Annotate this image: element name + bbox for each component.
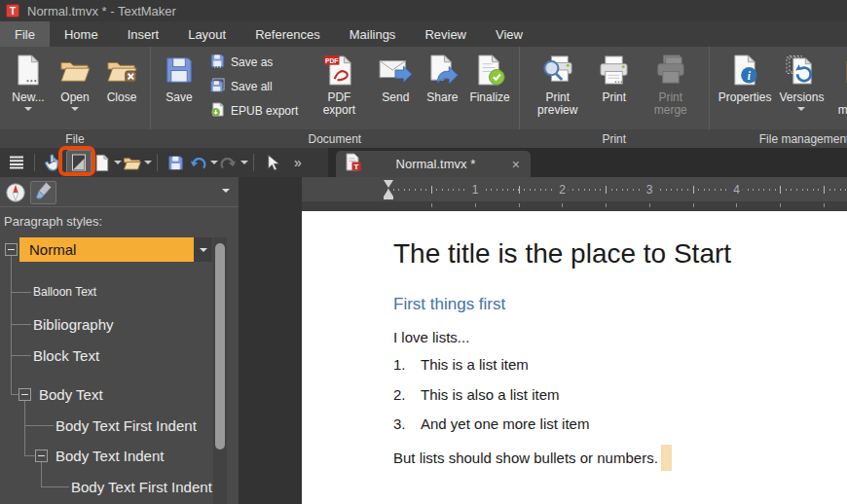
chevron-down-icon: [240, 161, 248, 164]
toolbar-separator: [157, 154, 158, 171]
print-icon: [598, 52, 630, 89]
document-tab-icon: T: [344, 153, 362, 175]
ribbon-group-file-management: iPropertiesVersionsFile managerFile mana…: [710, 47, 847, 148]
sidebar-scrollbar[interactable]: [213, 237, 227, 504]
ribbon-group-items: SaveSave asSave allEPUB exportPDFPDF exp…: [151, 47, 519, 129]
ribbon-group-items: Print previewPrintPrint merge: [520, 47, 709, 129]
ribbon-button-versions[interactable]: Versions: [775, 47, 828, 129]
list-item-number: 1.: [393, 356, 421, 373]
open-icon: [59, 52, 91, 89]
document-title-text[interactable]: The title is the place to Start: [393, 238, 731, 270]
menu-tab-insert[interactable]: Insert: [113, 21, 174, 47]
list-item[interactable]: 3.And yet one more list item: [393, 415, 589, 432]
toolbar-button-more-tools[interactable]: »: [285, 150, 311, 175]
ribbon-button-close[interactable]: Close: [98, 47, 145, 129]
versions-icon: [786, 52, 818, 89]
toolbar-button-sidebar-panels[interactable]: [4, 150, 29, 175]
ribbon-button-file-manager[interactable]: File manager: [828, 47, 847, 129]
sidebar-menu-caret[interactable]: [222, 189, 230, 193]
style-item-body-text-first-indent[interactable]: Body Text First Indent: [55, 417, 197, 434]
epub-export-icon: [210, 102, 225, 120]
tree-connector-line: [11, 292, 31, 293]
list-item[interactable]: 1.This is a list item: [393, 356, 529, 373]
sidebar-panel-title: Paragraph styles:: [4, 214, 102, 229]
left-indent-marker[interactable]: [384, 189, 393, 197]
menu-tab-mailings[interactable]: Mailings: [335, 21, 411, 47]
menu-tab-references[interactable]: References: [240, 21, 334, 47]
toolbar-button-save[interactable]: [163, 150, 188, 175]
ribbon-button-finalize[interactable]: Finalize: [465, 47, 513, 129]
first-line-indent-marker[interactable]: [384, 180, 393, 188]
ribbon-button-label: Print preview: [529, 91, 587, 117]
style-item-body-text[interactable]: Body Text: [39, 386, 103, 403]
more-tools-icon: »: [290, 155, 306, 170]
print-preview-icon: [540, 52, 574, 89]
pdf-export-icon: PDF: [323, 52, 355, 89]
ribbon-button-pdf-export[interactable]: PDFPDF export: [306, 47, 372, 129]
horizontal-ruler: 1234: [302, 177, 847, 201]
ribbon-button-label: Open: [60, 91, 89, 104]
document-page[interactable]: The title is the place to Start First th…: [302, 211, 847, 504]
ribbon-button-label: Versions: [779, 91, 824, 104]
ribbon-group-document: SaveSave asSave allEPUB exportPDFPDF exp…: [151, 47, 519, 148]
ribbon-group-print: Print previewPrintPrint mergePrint: [520, 47, 709, 148]
menu-tab-review[interactable]: Review: [410, 21, 481, 47]
style-item-normal-selected[interactable]: Normal: [19, 237, 194, 262]
menu-tab-view[interactable]: View: [481, 21, 537, 47]
toolbar-button-redo[interactable]: [219, 150, 248, 175]
share-icon: [426, 52, 459, 89]
toolbar-separator: [34, 154, 35, 171]
open-document-icon: [123, 154, 141, 171]
ribbon-button-send[interactable]: Send: [372, 47, 419, 129]
ruler-number: 2: [556, 183, 569, 197]
tab-stop-strip: [302, 201, 847, 211]
list-item[interactable]: 2.This is also a list item: [393, 386, 560, 403]
style-item-body-text-indent[interactable]: Body Text Indent: [55, 448, 164, 464]
tree-collapse-box[interactable]: [5, 243, 18, 256]
toolbar-button-touch-mode[interactable]: [40, 150, 65, 175]
ribbon-button-print-preview[interactable]: Print preview: [525, 47, 591, 129]
menu-tab-file[interactable]: File: [0, 21, 50, 47]
ribbon-button-properties[interactable]: iProperties: [715, 47, 776, 129]
style-item-bibliography[interactable]: Bibliography: [33, 316, 114, 333]
style-item-balloon-text[interactable]: Balloon Text: [33, 285, 96, 299]
document-heading-text[interactable]: First things first: [393, 295, 505, 314]
style-item-block-text[interactable]: Block Text: [33, 347, 99, 364]
toolbar-row: » T Normal.tmvx * ×: [0, 148, 847, 177]
menu-tab-home[interactable]: Home: [50, 21, 113, 47]
document-closing-line[interactable]: But lists should show bullets or numbers…: [393, 445, 672, 471]
toolbar-button-object-mode[interactable]: [66, 150, 92, 175]
toolbar-button-open-document[interactable]: [123, 150, 152, 175]
tree-collapse-box[interactable]: [18, 388, 31, 401]
style-item-body-text-first-indent[interactable]: Body Text First Indent: [71, 479, 212, 495]
ribbon-button-save[interactable]: Save: [156, 47, 203, 129]
navigator-icon[interactable]: [5, 182, 26, 203]
ribbon-button-label: Print merge: [642, 91, 700, 117]
list-item-number: 2.: [393, 386, 421, 403]
tree-collapse-box[interactable]: [35, 450, 48, 462]
toolbar-button-select-mode[interactable]: [259, 150, 284, 175]
format-brush-button[interactable]: [30, 181, 56, 204]
close-icon: [106, 52, 137, 89]
title-bar: T Normal.tmvx * - TextMaker: [0, 0, 847, 21]
ribbon-button-save-as[interactable]: Save as: [206, 52, 302, 72]
toolbar-button-new-document[interactable]: [92, 150, 122, 175]
ribbon-button-share[interactable]: Share: [419, 47, 465, 129]
style-dropdown-button[interactable]: [194, 237, 212, 262]
ribbon-button-epub-export[interactable]: EPUB export: [206, 100, 302, 121]
document-tab-label: Normal.tmvx *: [362, 157, 509, 171]
document-intro-text[interactable]: I love lists...: [393, 329, 469, 345]
ribbon-button-new[interactable]: New...: [5, 47, 52, 129]
document-tab[interactable]: T Normal.tmvx * ×: [336, 151, 531, 177]
document-tab-strip: T Normal.tmvx * ×: [328, 148, 847, 177]
svg-text:T: T: [354, 162, 359, 171]
menu-tab-layout[interactable]: Layout: [173, 21, 240, 47]
toolbar-button-undo[interactable]: [189, 150, 218, 175]
ribbon-button-save-all[interactable]: Save all: [206, 76, 302, 96]
ribbon-button-print[interactable]: Print: [591, 47, 638, 129]
sidebar-scrollbar-thumb[interactable]: [215, 243, 225, 450]
ribbon-button-open[interactable]: Open: [52, 47, 98, 129]
indent-marker-base[interactable]: [384, 197, 393, 199]
ribbon: New...OpenCloseFileSaveSave asSave allEP…: [0, 47, 847, 148]
tab-close-icon[interactable]: ×: [509, 157, 523, 172]
